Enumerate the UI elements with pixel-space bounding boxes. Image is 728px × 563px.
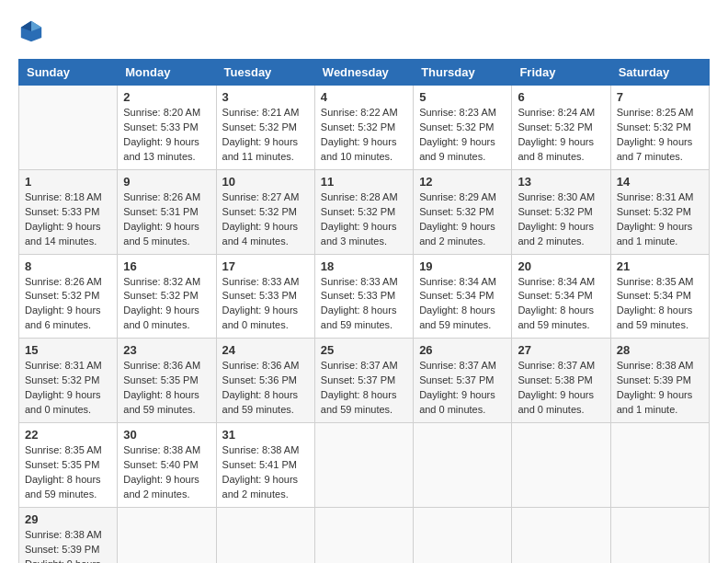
day-number: 31	[222, 428, 309, 442]
day-info: Sunrise: 8:31 AMSunset: 5:32 PMDaylight:…	[617, 190, 703, 249]
day-number: 4	[321, 90, 407, 104]
day-info: Sunrise: 8:35 AMSunset: 5:34 PMDaylight:…	[617, 275, 703, 334]
day-number: 23	[123, 343, 210, 357]
calendar-cell: 31Sunrise: 8:38 AMSunset: 5:41 PMDayligh…	[216, 423, 314, 508]
day-number: 1	[25, 175, 111, 189]
calendar-cell	[610, 507, 709, 563]
calendar-cell	[216, 507, 314, 563]
day-number: 18	[321, 259, 407, 273]
day-number: 24	[222, 343, 309, 357]
day-info: Sunrise: 8:33 AMSunset: 5:33 PMDaylight:…	[321, 275, 407, 334]
day-number: 20	[518, 259, 604, 273]
day-number: 11	[321, 175, 407, 189]
day-number: 16	[123, 259, 210, 273]
day-info: Sunrise: 8:26 AMSunset: 5:31 PMDaylight:…	[123, 190, 210, 249]
day-info: Sunrise: 8:31 AMSunset: 5:32 PMDaylight:…	[25, 359, 111, 418]
calendar-week-row: 8Sunrise: 8:26 AMSunset: 5:32 PMDaylight…	[19, 254, 710, 339]
calendar-cell: 23Sunrise: 8:36 AMSunset: 5:35 PMDayligh…	[118, 339, 216, 423]
calendar-cell: 16Sunrise: 8:32 AMSunset: 5:32 PMDayligh…	[118, 254, 216, 339]
calendar-cell	[512, 507, 610, 563]
calendar-cell: 21Sunrise: 8:35 AMSunset: 5:34 PMDayligh…	[610, 254, 709, 339]
day-number: 21	[617, 259, 703, 273]
day-number: 29	[25, 512, 111, 526]
day-number: 15	[25, 343, 111, 357]
calendar-cell: 27Sunrise: 8:37 AMSunset: 5:38 PMDayligh…	[512, 339, 610, 423]
calendar-cell: 14Sunrise: 8:31 AMSunset: 5:32 PMDayligh…	[610, 169, 709, 254]
day-number: 9	[123, 175, 210, 189]
day-info: Sunrise: 8:33 AMSunset: 5:33 PMDaylight:…	[222, 275, 309, 334]
day-info: Sunrise: 8:22 AMSunset: 5:32 PMDaylight:…	[321, 106, 407, 165]
calendar-cell: 20Sunrise: 8:34 AMSunset: 5:34 PMDayligh…	[512, 254, 610, 339]
day-number: 8	[25, 259, 111, 273]
calendar-cell	[314, 507, 413, 563]
day-number: 17	[222, 259, 309, 273]
calendar-cell	[118, 507, 216, 563]
day-info: Sunrise: 8:25 AMSunset: 5:32 PMDaylight:…	[617, 106, 703, 165]
day-number: 25	[321, 343, 407, 357]
column-header-thursday: Thursday	[414, 60, 512, 86]
calendar-cell	[414, 507, 512, 563]
calendar-cell: 24Sunrise: 8:36 AMSunset: 5:36 PMDayligh…	[216, 339, 314, 423]
calendar-header-row: SundayMondayTuesdayWednesdayThursdayFrid…	[19, 60, 710, 86]
calendar-cell: 19Sunrise: 8:34 AMSunset: 5:34 PMDayligh…	[414, 254, 512, 339]
calendar-cell: 22Sunrise: 8:35 AMSunset: 5:35 PMDayligh…	[19, 423, 118, 508]
day-number: 27	[518, 343, 604, 357]
calendar-cell: 6Sunrise: 8:24 AMSunset: 5:32 PMDaylight…	[512, 86, 610, 170]
day-info: Sunrise: 8:26 AMSunset: 5:32 PMDaylight:…	[25, 275, 111, 334]
day-number: 6	[518, 90, 604, 104]
calendar-cell: 11Sunrise: 8:28 AMSunset: 5:32 PMDayligh…	[314, 169, 413, 254]
day-info: Sunrise: 8:18 AMSunset: 5:33 PMDaylight:…	[25, 190, 111, 249]
day-number: 5	[419, 90, 506, 104]
day-info: Sunrise: 8:36 AMSunset: 5:36 PMDaylight:…	[222, 359, 309, 418]
page-header	[18, 18, 710, 44]
calendar-week-row: 2Sunrise: 8:20 AMSunset: 5:33 PMDaylight…	[19, 86, 710, 170]
calendar-week-row: 1Sunrise: 8:18 AMSunset: 5:33 PMDaylight…	[19, 169, 710, 254]
day-info: Sunrise: 8:27 AMSunset: 5:32 PMDaylight:…	[222, 190, 309, 249]
calendar-cell: 29Sunrise: 8:38 AMSunset: 5:39 PMDayligh…	[19, 507, 118, 563]
day-number: 19	[419, 259, 506, 273]
calendar-cell: 8Sunrise: 8:26 AMSunset: 5:32 PMDaylight…	[19, 254, 118, 339]
logo-icon	[18, 18, 44, 44]
calendar-cell: 13Sunrise: 8:30 AMSunset: 5:32 PMDayligh…	[512, 169, 610, 254]
day-info: Sunrise: 8:38 AMSunset: 5:39 PMDaylight:…	[25, 528, 111, 563]
day-info: Sunrise: 8:36 AMSunset: 5:35 PMDaylight:…	[123, 359, 210, 418]
calendar-week-row: 29Sunrise: 8:38 AMSunset: 5:39 PMDayligh…	[19, 507, 710, 563]
day-number: 2	[123, 90, 210, 104]
calendar-cell: 18Sunrise: 8:33 AMSunset: 5:33 PMDayligh…	[314, 254, 413, 339]
column-header-friday: Friday	[512, 60, 610, 86]
day-number: 26	[419, 343, 506, 357]
day-info: Sunrise: 8:35 AMSunset: 5:35 PMDaylight:…	[25, 443, 111, 502]
day-info: Sunrise: 8:34 AMSunset: 5:34 PMDaylight:…	[419, 275, 506, 334]
calendar-cell: 26Sunrise: 8:37 AMSunset: 5:37 PMDayligh…	[414, 339, 512, 423]
column-header-monday: Monday	[118, 60, 216, 86]
day-info: Sunrise: 8:24 AMSunset: 5:32 PMDaylight:…	[518, 106, 604, 165]
calendar-cell: 12Sunrise: 8:29 AMSunset: 5:32 PMDayligh…	[414, 169, 512, 254]
day-info: Sunrise: 8:29 AMSunset: 5:32 PMDaylight:…	[419, 190, 506, 249]
day-number: 7	[617, 90, 703, 104]
day-info: Sunrise: 8:20 AMSunset: 5:33 PMDaylight:…	[123, 106, 210, 165]
calendar-cell	[610, 423, 709, 508]
day-info: Sunrise: 8:34 AMSunset: 5:34 PMDaylight:…	[518, 275, 604, 334]
day-info: Sunrise: 8:37 AMSunset: 5:38 PMDaylight:…	[518, 359, 604, 418]
calendar-cell: 2Sunrise: 8:20 AMSunset: 5:33 PMDaylight…	[118, 86, 216, 170]
calendar-cell: 25Sunrise: 8:37 AMSunset: 5:37 PMDayligh…	[314, 339, 413, 423]
day-info: Sunrise: 8:30 AMSunset: 5:32 PMDaylight:…	[518, 190, 604, 249]
calendar-cell: 10Sunrise: 8:27 AMSunset: 5:32 PMDayligh…	[216, 169, 314, 254]
day-number: 22	[25, 428, 111, 442]
day-info: Sunrise: 8:37 AMSunset: 5:37 PMDaylight:…	[419, 359, 506, 418]
day-info: Sunrise: 8:38 AMSunset: 5:41 PMDaylight:…	[222, 443, 309, 502]
day-info: Sunrise: 8:38 AMSunset: 5:39 PMDaylight:…	[617, 359, 703, 418]
calendar-week-row: 22Sunrise: 8:35 AMSunset: 5:35 PMDayligh…	[19, 423, 710, 508]
column-header-tuesday: Tuesday	[216, 60, 314, 86]
calendar-cell: 30Sunrise: 8:38 AMSunset: 5:40 PMDayligh…	[118, 423, 216, 508]
day-info: Sunrise: 8:38 AMSunset: 5:40 PMDaylight:…	[123, 443, 210, 502]
day-info: Sunrise: 8:28 AMSunset: 5:32 PMDaylight:…	[321, 190, 407, 249]
calendar-cell: 4Sunrise: 8:22 AMSunset: 5:32 PMDaylight…	[314, 86, 413, 170]
calendar-cell: 1Sunrise: 8:18 AMSunset: 5:33 PMDaylight…	[19, 169, 118, 254]
day-number: 3	[222, 90, 309, 104]
column-header-sunday: Sunday	[19, 60, 118, 86]
day-number: 14	[617, 175, 703, 189]
day-info: Sunrise: 8:32 AMSunset: 5:32 PMDaylight:…	[123, 275, 210, 334]
calendar-cell: 9Sunrise: 8:26 AMSunset: 5:31 PMDaylight…	[118, 169, 216, 254]
calendar-cell	[512, 423, 610, 508]
